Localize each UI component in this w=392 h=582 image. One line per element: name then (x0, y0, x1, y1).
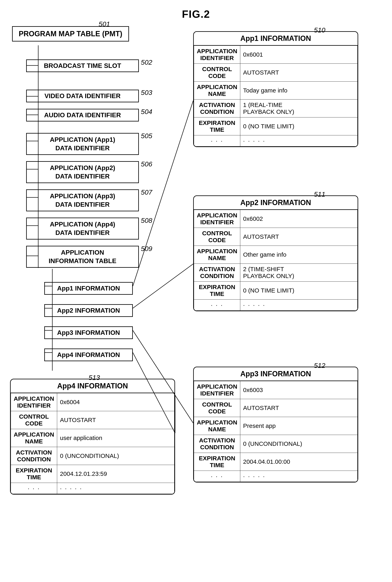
app2-info-panel: App2 INFORMATION APPLICATIONIDENTIFIER 0… (193, 195, 358, 311)
figure-title: FIG.2 (0, 0, 392, 20)
value: 0x6004 (57, 393, 174, 411)
key: APPLICATIONIDENTIFIER (194, 46, 240, 64)
key: APPLICATIONIDENTIFIER (11, 393, 57, 411)
ref-509: 509 (141, 245, 152, 253)
value: Other game info (240, 246, 358, 264)
value: 2 (TIME-SHIFTPLAYBACK ONLY) (240, 264, 358, 282)
app1-info-item: App1 INFORMATION (44, 282, 133, 295)
key: EXPIRATIONTIME (194, 117, 240, 135)
table-row: APPLICATIONIDENTIFIER 0x6003 (194, 381, 358, 399)
key: ACTIVATIONCONDITION (194, 264, 240, 282)
key: APPLICATIONNAME (11, 429, 57, 447)
key: APPLICATIONIDENTIFIER (194, 381, 240, 399)
value: 1 (REAL-TIMEPLAYBACK ONLY) (240, 100, 358, 117)
app4-info-item: App4 INFORMATION (44, 349, 133, 361)
table-row: APPLICATIONNAME Other game info (194, 246, 358, 264)
app2-table: APPLICATIONIDENTIFIER 0x6002 CONTROL COD… (194, 210, 358, 311)
video-data-id-box: VIDEO DATA IDENTIFIER (26, 90, 139, 102)
value: · · · · · (57, 483, 174, 494)
value: · · · · · (240, 300, 358, 311)
value: · · · · · (240, 135, 358, 146)
table-row: APPLICATIONIDENTIFIER 0x6002 (194, 210, 358, 228)
ref-505: 505 (141, 132, 152, 140)
value: 0 (UNCONDITIONAL) (57, 447, 174, 465)
ref-508: 508 (141, 217, 152, 224)
app1-info-panel: App1 INFORMATION APPLICATIONIDENTIFIER 0… (193, 31, 358, 147)
ref-510: 510 (314, 26, 326, 34)
table-row: · · · · · · · · (194, 471, 358, 482)
app2-data-id-box: APPLICATION (App2)DATA IDENTIFIER (26, 161, 139, 183)
ref-512: 512 (314, 362, 326, 370)
value: 0x6002 (240, 210, 358, 228)
ref-507: 507 (141, 188, 152, 196)
key: CONTROL CODE (11, 411, 57, 429)
app2-panel-title: App2 INFORMATION (194, 196, 358, 210)
app-info-table-box: APPLICATIONINFORMATION TABLE (26, 246, 139, 268)
value: 0 (NO TIME LIMIT) (240, 117, 358, 135)
key: APPLICATIONNAME (194, 417, 240, 435)
table-row: APPLICATIONNAME user application (11, 429, 174, 447)
key: ACTIVATIONCONDITION (11, 447, 57, 465)
value: · · · · · (240, 471, 358, 482)
table-row: ACTIVATIONCONDITION 0 (UNCONDITIONAL) (11, 447, 174, 465)
app3-info-panel: App3 INFORMATION APPLICATIONIDENTIFIER 0… (193, 367, 358, 482)
app3-table: APPLICATIONIDENTIFIER 0x6003 CONTROL COD… (194, 381, 358, 482)
value: 2004.04.01.00:00 (240, 453, 358, 471)
key: · · · (194, 471, 240, 482)
value: Today game info (240, 82, 358, 100)
app2-info-item: App2 INFORMATION (44, 304, 133, 317)
table-row: APPLICATIONNAME Today game info (194, 82, 358, 100)
key: · · · (194, 135, 240, 146)
app1-table: APPLICATIONIDENTIFIER 0x6001 CONTROL COD… (194, 46, 358, 146)
key: CONTROL CODE (194, 64, 240, 82)
value: 0x6003 (240, 381, 358, 399)
key: · · · (194, 300, 240, 311)
app1-panel-title: App1 INFORMATION (194, 32, 358, 46)
ref-504: 504 (141, 108, 152, 116)
value: AUTOSTART (57, 411, 174, 429)
broadcast-time-slot-box: BROADCAST TIME SLOT (26, 60, 139, 72)
ref-506: 506 (141, 160, 152, 168)
svg-line-15 (133, 264, 193, 308)
ref-513: 513 (88, 374, 100, 382)
app3-panel-title: App3 INFORMATION (194, 367, 358, 381)
ref-502: 502 (141, 58, 152, 66)
value: 0 (NO TIME LIMIT) (240, 282, 358, 300)
key: EXPIRATIONTIME (194, 453, 240, 471)
value: 0 (UNCONDITIONAL) (240, 435, 358, 453)
table-row: EXPIRATIONTIME 0 (NO TIME LIMIT) (194, 117, 358, 135)
pmt-box: PROGRAM MAP TABLE (PMT) (12, 26, 129, 42)
ref-503: 503 (141, 89, 152, 97)
app3-info-item: App3 INFORMATION (44, 326, 133, 339)
value: user application (57, 429, 174, 447)
value: 0x6001 (240, 46, 358, 64)
table-row: · · · · · · · · (194, 300, 358, 311)
table-row: EXPIRATIONTIME 2004.04.01.00:00 (194, 453, 358, 471)
value: AUTOSTART (240, 399, 358, 417)
key: ACTIVATIONCONDITION (194, 100, 240, 117)
app4-data-id-box: APPLICATION (App4)DATA IDENTIFIER (26, 218, 139, 239)
app1-data-id-box: APPLICATION (App1)DATA IDENTIFIER (26, 133, 139, 155)
value: AUTOSTART (240, 228, 358, 246)
ref-511: 511 (314, 190, 326, 198)
key: APPLICATIONNAME (194, 82, 240, 100)
table-row: APPLICATIONNAME Present app (194, 417, 358, 435)
app4-table: APPLICATIONIDENTIFIER 0x6004 CONTROL COD… (11, 393, 174, 494)
app3-data-id-box: APPLICATION (App3)DATA IDENTIFIER (26, 189, 139, 211)
table-row: CONTROL CODE AUTOSTART (194, 228, 358, 246)
key: EXPIRATIONTIME (11, 465, 57, 483)
app4-info-panel: App4 INFORMATION APPLICATIONIDENTIFIER 0… (10, 379, 175, 495)
key: CONTROL CODE (194, 228, 240, 246)
key: APPLICATIONIDENTIFIER (194, 210, 240, 228)
value: AUTOSTART (240, 64, 358, 82)
table-row: EXPIRATIONTIME 2004.12.01.23:59 (11, 465, 174, 483)
audio-data-id-box: AUDIO DATA IDENTIFIER (26, 109, 139, 121)
table-row: CONTROL CODE AUTOSTART (194, 399, 358, 417)
key: EXPIRATIONTIME (194, 282, 240, 300)
table-row: ACTIVATIONCONDITION 0 (UNCONDITIONAL) (194, 435, 358, 453)
key: APPLICATIONNAME (194, 246, 240, 264)
table-row: ACTIVATIONCONDITION 2 (TIME-SHIFTPLAYBAC… (194, 264, 358, 282)
value: Present app (240, 417, 358, 435)
table-row: EXPIRATIONTIME 0 (NO TIME LIMIT) (194, 282, 358, 300)
key: · · · (11, 483, 57, 494)
